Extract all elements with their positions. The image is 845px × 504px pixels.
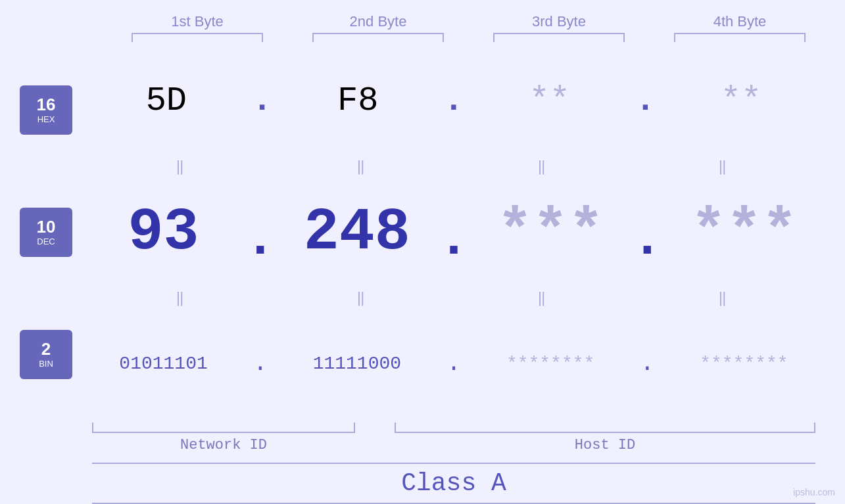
dec-badge-label: DEC [37, 237, 55, 246]
dec-dot-2: . [434, 214, 473, 266]
network-id-label: Network ID [92, 437, 355, 453]
hex-badge-label: HEX [37, 114, 55, 124]
bin-badge-label: BIN [39, 359, 53, 369]
bracket-3 [493, 33, 625, 42]
dec-value-1: 93 [98, 199, 229, 266]
hex-dot-3: . [625, 81, 665, 120]
byte-header-1: 1st Byte [125, 13, 270, 30]
eq-2: ‖ [291, 158, 436, 175]
hex-badge: 16 HEX [20, 85, 72, 135]
hex-dot-1: . [243, 81, 282, 120]
top-brackets [107, 33, 831, 42]
bin-badge: 2 BIN [20, 330, 72, 379]
main-content-area: 16 HEX 10 DEC 2 BIN 5D . [0, 42, 845, 423]
bin-value-1: 01011101 [98, 354, 229, 374]
bin-value-4: ******** [678, 354, 809, 374]
bin-values-row: 01011101 . 11111000 . ******** . *******… [92, 350, 815, 377]
byte-header-4: 4th Byte [667, 13, 812, 30]
eq-6: ‖ [291, 289, 436, 307]
bin-row-section: 01011101 . 11111000 . ******** . *******… [92, 308, 845, 419]
host-id-label: Host ID [395, 437, 815, 453]
dec-value-3: *** [485, 199, 616, 266]
dec-dot-1: . [241, 214, 280, 266]
network-host-labels: Network ID Host ID [92, 437, 815, 453]
bin-value-2: 11111000 [291, 354, 423, 374]
bracket-1 [132, 33, 263, 42]
eq-3: ‖ [472, 158, 617, 175]
byte-header-2: 2nd Byte [306, 13, 450, 30]
hex-value-2: F8 [292, 81, 423, 120]
bin-dot-1: . [241, 350, 280, 377]
network-bottom-bracket [92, 423, 355, 433]
main-container: 1st Byte 2nd Byte 3rd Byte 4th Byte 16 H… [0, 0, 845, 504]
eq-5: ‖ [110, 289, 255, 307]
eq-8: ‖ [653, 289, 798, 307]
hex-badge-num: 16 [37, 96, 56, 113]
bottom-brackets-row [92, 423, 815, 433]
bracket-4 [674, 33, 806, 42]
dec-row-section: 93 . 248 . *** . *** [92, 177, 845, 288]
bytes-values-column: 5D . F8 . ** . ** [92, 42, 845, 423]
dec-dot-3: . [627, 214, 667, 266]
byte-headers-row: 1st Byte 2nd Byte 3rd Byte 4th Byte [107, 0, 831, 30]
hex-value-4: ** [675, 81, 807, 120]
eq-4: ‖ [653, 158, 798, 175]
dec-badge-num: 10 [37, 218, 56, 235]
hex-value-1: 5D [101, 81, 232, 120]
hex-values-row: 5D . F8 . ** . ** [92, 81, 815, 120]
byte-header-3: 3rd Byte [487, 13, 631, 30]
hex-dot-2: . [434, 81, 473, 120]
eq-7: ‖ [472, 289, 617, 307]
bin-value-3: ******** [485, 354, 616, 374]
bin-dot-2: . [434, 350, 473, 377]
bin-badge-num: 2 [41, 340, 51, 357]
dec-badge: 10 DEC [20, 208, 72, 257]
badges-column: 16 HEX 10 DEC 2 BIN [0, 42, 92, 423]
dec-value-4: *** [678, 199, 809, 266]
bottom-section: Network ID Host ID Class A [0, 423, 845, 504]
eq-1: ‖ [110, 158, 255, 175]
class-label: Class A [92, 464, 815, 503]
host-bottom-bracket [395, 423, 815, 433]
bracket-2 [312, 33, 444, 42]
sep-hex-dec: ‖ ‖ ‖ ‖ [92, 157, 815, 177]
watermark: ipshu.com [793, 487, 835, 497]
bin-dot-3: . [627, 350, 667, 377]
dec-values-row: 93 . 248 . *** . *** [92, 199, 815, 266]
sep-dec-bin: ‖ ‖ ‖ ‖ [92, 288, 815, 308]
hex-value-3: ** [484, 81, 616, 120]
dec-value-2: 248 [291, 199, 423, 266]
hex-row-section: 5D . F8 . ** . ** [92, 45, 845, 157]
